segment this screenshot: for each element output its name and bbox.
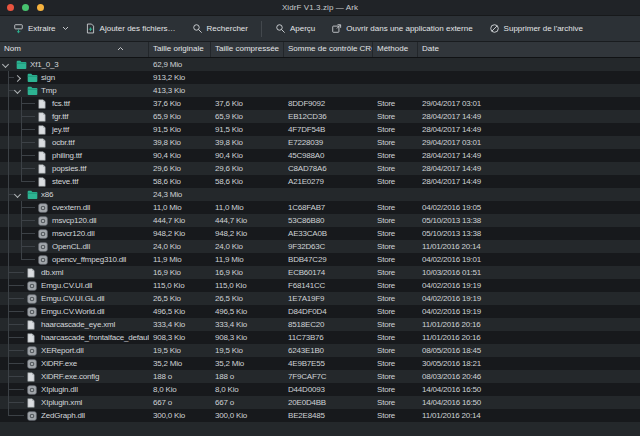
table-row[interactable]: Xf1_0_362,9 Mio <box>0 58 640 71</box>
compressed-size-cell: 37,6 Kio <box>211 97 284 110</box>
table-row[interactable]: popsies.ttf29,6 Kio29,6 KioC8AD78A6Store… <box>0 162 640 175</box>
size-cell: 35,2 Mio <box>149 357 211 370</box>
size-cell: 913,2 Kio <box>149 71 211 84</box>
chevron-down-icon <box>62 26 69 31</box>
extract-button[interactable]: Extraire <box>6 20 76 37</box>
size-cell: 90,4 Kio <box>149 149 211 162</box>
name-cell: Emgu.CV.UI.GL.dll <box>0 292 149 305</box>
search-button[interactable]: Rechercher <box>185 20 255 37</box>
table-row[interactable]: XIplugin.xml667 o667 o20E0D4BBStore14/04… <box>0 396 640 409</box>
table-row[interactable]: fgr.ttf65,9 Kio65,9 KioEB12CD36Store28/0… <box>0 110 640 123</box>
table-row[interactable]: fcs.ttf37,6 Kio37,6 Kio8DDF9092Store29/0… <box>0 97 640 110</box>
open-external-button[interactable]: Ouvrir dans une application externe <box>324 20 479 37</box>
table-row[interactable]: OpenCL.dll24,0 Kio24,0 Kio9F32D63CStore1… <box>0 240 640 253</box>
size-cell: 19,5 Kio <box>149 344 211 357</box>
method-cell: Store <box>373 240 418 253</box>
add-files-button[interactable]: Ajouter des fichiers… <box>78 20 183 37</box>
collapse-arrow-icon[interactable] <box>14 191 21 198</box>
expand-arrow-icon[interactable] <box>14 74 21 81</box>
compressed-size-cell: 188 o <box>211 370 284 383</box>
file-name: fcs.ttf <box>52 97 70 110</box>
table-row[interactable]: XiDRF.exe.config188 o188 o7F9CAF7CStore0… <box>0 370 640 383</box>
maximize-button[interactable] <box>37 4 44 11</box>
collapse-arrow-icon[interactable] <box>14 87 21 94</box>
table-row[interactable]: XEReport.dll19,5 Kio19,5 Kio6243E1B0Stor… <box>0 344 640 357</box>
compressed-size-cell: 16,9 Kio <box>211 266 284 279</box>
table-row[interactable]: cvextern.dll11,0 Mio11,0 Mio1C68FAB7Stor… <box>0 201 640 214</box>
date-cell: 10/03/2016 01:51 <box>418 266 640 279</box>
file-name: sign <box>41 71 55 84</box>
column-header-crc[interactable]: Somme de contrôle CRC <box>284 42 373 57</box>
table-row[interactable]: Emgu.CV.UI.GL.dll26,5 Kio26,5 Kio1E7A19F… <box>0 292 640 305</box>
table-row[interactable]: XiDRF.exe35,2 Mio35,2 Mio4E9B7E55Store30… <box>0 357 640 370</box>
compressed-size-cell: 8,0 Kio <box>211 383 284 396</box>
table-row[interactable]: jey.ttf91,5 Kio91,5 Kio4F7DF54BStore28/0… <box>0 123 640 136</box>
column-header-size[interactable]: Taille originale <box>149 42 211 57</box>
size-cell: 115,0 Kio <box>149 279 211 292</box>
minimize-button[interactable] <box>22 4 29 11</box>
preview-button[interactable]: Aperçu <box>268 20 322 37</box>
name-cell: x86 <box>0 188 149 201</box>
column-header-date[interactable]: Date <box>418 42 640 57</box>
column-header-compressed[interactable]: Taille compressée <box>211 42 284 57</box>
crc-cell: 8DDF9092 <box>284 97 373 110</box>
delete-button-label: Supprimer de l'archive <box>504 24 583 33</box>
table-row[interactable]: db.xml16,9 Kio16,9 KioECB60174Store10/03… <box>0 266 640 279</box>
file-name: popsies.ttf <box>52 162 86 175</box>
column-header-method[interactable]: Méthode <box>373 42 418 57</box>
tree-branch-stub <box>21 233 35 234</box>
table-row[interactable]: Emgu.CV.World.dll496,5 Kio496,5 KioD84DF… <box>0 305 640 318</box>
table-row[interactable]: haarcascade_eye.xml333,4 Kio333,4 Kio851… <box>0 318 640 331</box>
tree-branch-stub <box>21 142 35 143</box>
table-row[interactable]: ocbr.ttf39,8 Kio39,8 KioE7228039Store29/… <box>0 136 640 149</box>
file-name: db.xml <box>41 266 63 279</box>
tree-branch-stub <box>21 155 35 156</box>
method-cell <box>373 188 418 201</box>
collapse-arrow-icon[interactable] <box>2 61 9 68</box>
tree-branch-stub <box>21 116 35 117</box>
name-cell: XiDRF.exe.config <box>0 370 149 383</box>
tree-branch-stub <box>8 363 24 364</box>
table-row[interactable]: Emgu.CV.UI.dll115,0 Kio115,0 KioF68141CC… <box>0 279 640 292</box>
table-row[interactable]: haarcascade_frontalface_default.xml908,3… <box>0 331 640 344</box>
method-cell: Store <box>373 175 418 188</box>
method-cell: Store <box>373 162 418 175</box>
method-cell: Store <box>373 331 418 344</box>
method-cell: Store <box>373 97 418 110</box>
file-name: haarcascade_frontalface_default.xml <box>41 331 149 344</box>
delete-button[interactable]: Supprimer de l'archive <box>482 20 590 37</box>
size-cell: 667 o <box>149 396 211 409</box>
table-row[interactable]: msvcp120.dll444,7 Kio444,7 Kio53C86B80St… <box>0 214 640 227</box>
file-name: jey.ttf <box>52 123 69 136</box>
file-name: XIplugin.dll <box>41 383 78 396</box>
size-cell: 444,7 Kio <box>149 214 211 227</box>
tree-branch-stub <box>8 324 24 325</box>
crc-cell: 4F7DF54B <box>284 123 373 136</box>
file-name: Emgu.CV.UI.GL.dll <box>41 292 104 305</box>
sort-ascending-icon <box>117 46 124 51</box>
compressed-size-cell: 115,0 Kio <box>211 279 284 292</box>
bin-icon <box>27 411 37 421</box>
table-row[interactable]: msvcr120.dll948,2 Kio948,2 KioAE33CA0BSt… <box>0 227 640 240</box>
date-cell: 28/04/2017 14:49 <box>418 123 640 136</box>
table-row[interactable]: sign913,2 Kio <box>0 71 640 84</box>
size-cell: 24,0 Kio <box>149 240 211 253</box>
preview-icon <box>275 23 286 34</box>
table-row[interactable]: XIplugin.dll8,0 Kio8,0 KioD44D0093Store1… <box>0 383 640 396</box>
doc-icon <box>38 112 46 122</box>
name-cell: OpenCL.dll <box>0 240 149 253</box>
table-row[interactable]: x8624,3 Mio <box>0 188 640 201</box>
table-row[interactable]: steve.ttf58,6 Kio58,6 KioA21E0279Store28… <box>0 175 640 188</box>
bin-icon <box>38 255 48 265</box>
table-row[interactable]: ZedGraph.dll300,0 Kio300,0 KioBE2E8485St… <box>0 409 640 422</box>
table-row[interactable]: philing.ttf90,4 Kio90,4 Kio45C988A0Store… <box>0 149 640 162</box>
close-button[interactable] <box>7 4 14 11</box>
compressed-size-cell: 908,3 Kio <box>211 331 284 344</box>
table-row[interactable]: Tmp413,3 Kio <box>0 84 640 97</box>
date-cell: 29/04/2017 03:01 <box>418 136 640 149</box>
column-header-name[interactable]: Nom <box>0 42 149 57</box>
tree-branch-stub <box>21 246 35 247</box>
compressed-size-cell <box>211 71 284 84</box>
table-row[interactable]: opencv_ffmpeg310.dll11,9 Mio11,9 MioBDB4… <box>0 253 640 266</box>
date-cell: 04/02/2016 19:05 <box>418 201 640 214</box>
